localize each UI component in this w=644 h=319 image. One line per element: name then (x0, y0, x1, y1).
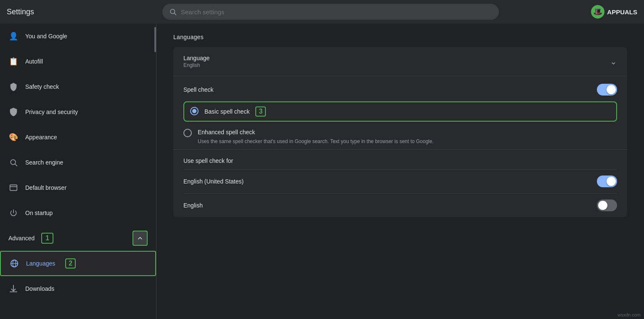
browser-icon (8, 183, 19, 193)
content-area: Languages Language English ⌄ Spell check (156, 24, 644, 319)
advanced-left: Advanced 1 (8, 233, 53, 244)
chevron-up-icon (137, 235, 143, 242)
sidebar-label-autofill: Autofill (25, 58, 43, 65)
sidebar-label-appearance: Appearance (25, 134, 57, 141)
basic-radio-content: Basic spell check 3 (204, 106, 266, 117)
spell-lang-toggle-en-us[interactable] (597, 175, 617, 187)
enhanced-spell-check-desc: Uses the same spell checker that's used … (198, 138, 434, 145)
sidebar-item-languages[interactable]: Languages 2 (0, 251, 156, 276)
sidebar-label-default-browser: Default browser (25, 184, 66, 191)
sidebar-item-safety-check[interactable]: Safety check (0, 74, 156, 99)
sidebar-item-privacy-security[interactable]: Privacy and security (0, 99, 156, 125)
sidebar-label-you-and-google: You and Google (25, 33, 67, 40)
enhanced-radio-button[interactable] (183, 129, 192, 137)
advanced-header[interactable]: Advanced 1 (0, 226, 156, 251)
language-chevron-icon[interactable]: ⌄ (610, 56, 617, 66)
sidebar-label-privacy-security: Privacy and security (25, 109, 78, 115)
advanced-section: Advanced 1 Language (0, 226, 156, 301)
search-nav-icon (8, 157, 19, 167)
enhanced-spell-check-option[interactable]: Enhanced spell check Uses the same spell… (183, 124, 617, 149)
watermark: wsxdn.com (617, 312, 641, 317)
topbar-title: Settings (7, 8, 162, 16)
sidebar-label-languages: Languages (26, 260, 55, 267)
spell-check-toggle[interactable] (597, 84, 617, 96)
sidebar-item-default-browser[interactable]: Default browser (0, 175, 156, 200)
enhanced-spell-check-label: Enhanced spell check (198, 129, 255, 136)
section-title: Languages (173, 34, 627, 40)
spell-check-options: Basic spell check 3 Enhanced spell check… (183, 101, 617, 149)
sidebar-item-downloads[interactable]: Downloads (0, 276, 156, 301)
language-row-left: Language English (183, 55, 610, 68)
spell-check-annotation-badge: 3 (255, 106, 266, 117)
main-layout: 👤 You and Google 📋 Autofill Safety check… (0, 24, 644, 319)
basic-spell-check-option[interactable]: Basic spell check 3 (183, 101, 617, 122)
language-value: English (183, 62, 610, 68)
topbar: Settings 🎩 APPUALS (0, 0, 644, 24)
logo-text: APPUALS (607, 8, 637, 16)
sidebar-item-search-engine[interactable]: Search engine (0, 150, 156, 175)
sidebar-label-search-engine: Search engine (25, 159, 63, 166)
person-icon: 👤 (8, 31, 19, 41)
basic-radio-button[interactable] (190, 107, 199, 115)
language-label: Language (183, 55, 610, 61)
sidebar-item-you-and-google[interactable]: 👤 You and Google (0, 24, 156, 49)
search-icon (169, 8, 177, 16)
svg-line-3 (15, 164, 17, 166)
spell-check-label: Spell check (183, 86, 214, 93)
scrollbar-thumb (154, 27, 156, 52)
palette-icon: 🎨 (8, 132, 19, 142)
security-icon (8, 107, 19, 117)
sidebar-label-safety-check: Safety check (25, 83, 59, 90)
spell-check-for-section: Use spell check for English (United Stat… (173, 150, 627, 217)
sidebar-scrollbar (154, 24, 156, 319)
assignment-icon: 📋 (8, 56, 19, 66)
power-icon (8, 208, 19, 218)
enhanced-radio-content: Enhanced spell check Uses the same spell… (198, 128, 434, 145)
languages-annotation-badge: 2 (65, 258, 76, 268)
svg-rect-4 (10, 185, 17, 190)
spell-check-row: Spell check (173, 76, 627, 150)
spell-lang-label-en-us: English (United States) (183, 178, 244, 185)
language-row[interactable]: Language English ⌄ (173, 47, 627, 76)
basic-spell-check-label: Basic spell check (204, 108, 249, 115)
svg-line-1 (174, 13, 176, 15)
languages-card: Language English ⌄ Spell check (173, 47, 627, 217)
spell-lang-row-en: English (183, 193, 617, 217)
sidebar: 👤 You and Google 📋 Autofill Safety check… (0, 24, 156, 319)
sidebar-item-appearance[interactable]: 🎨 Appearance (0, 125, 156, 150)
globe-icon (9, 258, 19, 268)
toggle-thumb-on (607, 85, 616, 94)
spell-lang-row-en-us: English (United States) (183, 169, 617, 193)
radio-selected-dot (192, 109, 196, 113)
search-bar[interactable] (162, 4, 499, 20)
logo-icon: 🎩 (591, 5, 604, 19)
sidebar-label-on-startup: On startup (25, 210, 53, 216)
sidebar-label-downloads: Downloads (25, 285, 54, 292)
advanced-annotation-badge: 1 (41, 233, 53, 244)
sidebar-item-on-startup[interactable]: On startup (0, 200, 156, 226)
spell-lang-label-en: English (183, 202, 203, 209)
topbar-logo: 🎩 APPUALS (591, 5, 637, 19)
advanced-chevron-button[interactable] (133, 231, 148, 246)
toggle-thumb-en (598, 201, 607, 210)
spell-check-for-title: Use spell check for (183, 157, 617, 164)
sidebar-item-autofill[interactable]: 📋 Autofill (0, 49, 156, 74)
toggle-thumb-en-us (607, 177, 616, 186)
spell-lang-toggle-en[interactable] (597, 199, 617, 211)
search-input[interactable] (181, 8, 492, 16)
advanced-label: Advanced (8, 235, 34, 242)
shield-icon (8, 82, 19, 92)
download-icon (8, 284, 19, 294)
